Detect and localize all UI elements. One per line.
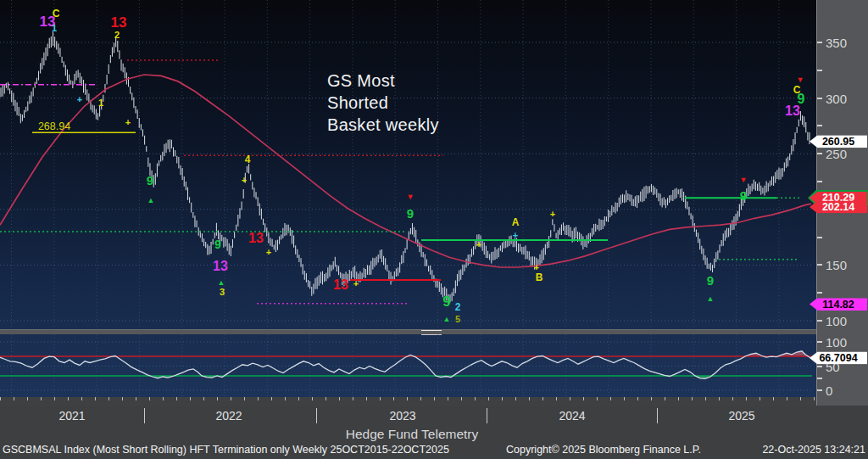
footer-left-text: GSCBMSAL Index (Most Short Rolling) HFT … (3, 444, 449, 456)
price-tag: 114.82 (810, 298, 867, 311)
svg-text:3: 3 (220, 287, 225, 297)
price-axis-tick (817, 70, 822, 71)
svg-text:+: + (125, 117, 131, 127)
osc-axis-tick (817, 389, 822, 391)
svg-text:13: 13 (111, 14, 127, 31)
year-separator-tick (487, 408, 487, 423)
price-axis-rail[interactable]: 350300250150100100500260.95210.29202.141… (816, 0, 868, 406)
svg-text:13: 13 (785, 104, 800, 118)
svg-text:5: 5 (455, 314, 460, 324)
svg-text:▲: ▲ (707, 294, 715, 303)
svg-text:13: 13 (213, 259, 228, 273)
bottom-axis-panel: 20212022202320242025 Hedge Fund Telemetr… (0, 406, 868, 459)
chart-plot-area[interactable]: 13C1132+1+268.949▲4+913+13▲313+▼9+A+++B9… (0, 0, 816, 406)
year-label: 2025 (728, 409, 754, 423)
svg-text:268.94: 268.94 (38, 120, 70, 132)
svg-text:2: 2 (114, 30, 120, 40)
chart-title-line3: Basket weekly (327, 114, 439, 136)
svg-text:9: 9 (707, 273, 714, 288)
chart-title-line2: Shorted (327, 92, 439, 114)
svg-text:+: + (476, 239, 481, 249)
price-axis-tick (817, 98, 822, 99)
svg-text:2: 2 (455, 301, 461, 313)
svg-text:+: + (353, 278, 359, 288)
svg-text:1: 1 (52, 23, 57, 33)
chart-title: GS Most Shorted Basket weekly (327, 70, 439, 136)
price-axis-label: 300 (826, 91, 847, 105)
oscillator-chart[interactable] (0, 333, 816, 397)
svg-text:1: 1 (98, 98, 103, 108)
svg-text:+: + (242, 175, 247, 185)
price-axis-tick (817, 320, 822, 322)
svg-text:▼: ▼ (740, 176, 748, 184)
osc-axis-label: 100 (826, 335, 847, 350)
svg-text:13: 13 (248, 231, 264, 245)
svg-text:4: 4 (245, 154, 251, 165)
price-axis-tick (817, 237, 822, 238)
year-separator-tick (316, 408, 317, 423)
year-separator-tick (144, 408, 145, 423)
chart-title-line1: GS Most (327, 70, 439, 92)
svg-text:A: A (512, 216, 520, 228)
footer-copyright-text: Copyright© 2025 Bloomberg Finance L.P. (506, 444, 701, 456)
oscillator-value-tag: 66.7094 (810, 351, 867, 364)
svg-text:▼: ▼ (407, 193, 415, 201)
osc-axis-label: 0 (826, 383, 832, 398)
svg-text:9: 9 (147, 173, 153, 188)
price-axis-label: 100 (826, 314, 847, 328)
osc-axis-tick (817, 366, 822, 367)
price-axis-tick (817, 292, 822, 294)
price-axis-label: 150 (826, 258, 847, 272)
price-axis-tick (817, 42, 822, 43)
year-label: 2021 (58, 409, 85, 423)
svg-text:13: 13 (333, 277, 348, 292)
price-axis-tick (817, 125, 822, 126)
year-label: 2024 (559, 409, 585, 423)
svg-text:▲: ▲ (147, 196, 155, 204)
main-price-chart[interactable]: 13C1132+1+268.949▲4+913+13▲313+▼9+A+++B9… (0, 0, 816, 329)
svg-text:9: 9 (740, 188, 747, 203)
osc-axis-tick (817, 341, 822, 343)
price-axis-label: 350 (826, 36, 847, 50)
lower-panel-label: Hedge Fund Telemetry (346, 427, 479, 442)
price-axis-tick (817, 264, 822, 266)
bloomberg-chart-screen: 13C1132+1+268.949▲4+913+13▲313+▼9+A+++B9… (0, 0, 868, 459)
svg-text:+: + (513, 230, 518, 240)
svg-text:9: 9 (407, 206, 414, 221)
time-axis-ticks (0, 397, 816, 406)
svg-text:+: + (550, 209, 555, 219)
svg-text:+: + (266, 247, 271, 257)
svg-text:9: 9 (442, 294, 450, 310)
year-label: 2023 (389, 409, 415, 423)
footer-bar: GSCBMSAL Index (Most Short Rolling) HFT … (0, 444, 868, 457)
price-axis-label: 250 (826, 147, 847, 161)
price-axis-tick (817, 153, 822, 154)
price-tag: 260.95 (810, 135, 867, 148)
price-tag: 202.14 (810, 200, 867, 213)
price-axis-tick (817, 181, 822, 182)
svg-text:C: C (53, 8, 60, 20)
svg-text:▼: ▼ (797, 76, 804, 84)
year-label: 2022 (215, 409, 242, 423)
footer-timestamp: 22-Oct-2025 13:24:21 (762, 444, 865, 456)
osc-axis-tick (817, 378, 822, 379)
svg-text:▲: ▲ (443, 315, 451, 323)
svg-text:B: B (536, 271, 543, 283)
svg-text:+: + (77, 94, 82, 104)
svg-text:9: 9 (214, 238, 221, 251)
year-separator-tick (657, 408, 658, 423)
svg-text:+: + (534, 263, 539, 272)
svg-text:▲: ▲ (218, 278, 225, 287)
